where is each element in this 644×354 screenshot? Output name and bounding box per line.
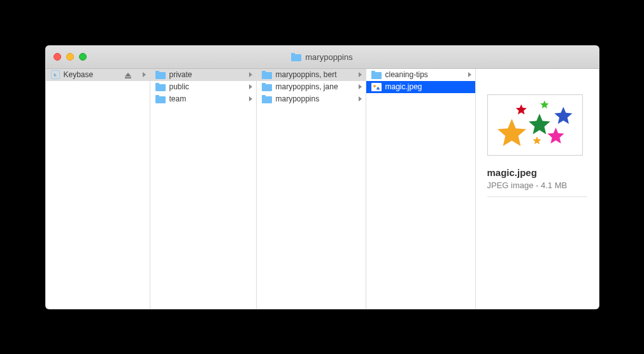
row-label: public: [169, 82, 245, 91]
column-2[interactable]: marypoppins, bertmarypoppins, janemarypo…: [257, 69, 366, 309]
preview-pane: magic.jpeg JPEG image - 4.1 MB: [476, 69, 599, 309]
row-label: Keybase: [64, 70, 121, 79]
close-button[interactable]: [54, 53, 61, 61]
zoom-button[interactable]: [79, 53, 87, 61]
chevron-right-icon: [249, 72, 252, 77]
drive-row[interactable]: kKeybase: [46, 69, 150, 81]
folder-row[interactable]: public: [150, 81, 256, 93]
column-0[interactable]: kKeybase: [46, 69, 150, 309]
traffic-lights: [46, 53, 87, 61]
preview-filename: magic.jpeg: [487, 167, 587, 178]
chevron-right-icon: [249, 84, 252, 89]
eject-icon[interactable]: [125, 73, 131, 77]
star-icon: [533, 136, 541, 144]
column-1[interactable]: privatepublicteam: [150, 69, 257, 309]
keybase-drive-icon: k: [51, 70, 60, 79]
row-label: cleaning-tips: [385, 70, 464, 79]
finder-window: marypoppins kKeybase privatepublicteam m…: [45, 45, 599, 309]
row-label: marypoppins, bert: [276, 70, 355, 79]
row-label: magic.jpeg: [385, 82, 471, 91]
folder-icon: [155, 95, 166, 103]
row-label: team: [169, 94, 245, 103]
row-label: marypoppins, jane: [276, 82, 355, 91]
folder-icon: [155, 71, 166, 79]
chevron-right-icon: [359, 96, 362, 101]
file-row[interactable]: magic.jpeg: [366, 81, 475, 93]
column-view: kKeybase privatepublicteam marypoppins, …: [46, 69, 599, 309]
chevron-right-icon: [468, 72, 471, 77]
window-title: marypoppins: [46, 52, 599, 62]
chevron-right-icon: [249, 96, 252, 101]
folder-icon: [262, 83, 272, 91]
preview-image: [488, 94, 582, 156]
star-icon: [547, 127, 564, 143]
folder-icon: [371, 71, 382, 79]
folder-row[interactable]: marypoppins, bert: [257, 69, 366, 81]
folder-row[interactable]: team: [150, 93, 256, 105]
chevron-right-icon: [359, 72, 362, 77]
folder-icon: [155, 83, 166, 91]
folder-icon: [262, 95, 272, 103]
row-label: private: [169, 70, 245, 79]
folder-icon: [262, 71, 272, 79]
folder-row[interactable]: cleaning-tips: [366, 69, 475, 81]
image-file-icon: [371, 83, 382, 91]
folder-row[interactable]: marypoppins, jane: [257, 81, 366, 93]
row-label: marypoppins: [276, 94, 355, 103]
star-icon: [515, 104, 526, 114]
star-icon: [497, 119, 526, 146]
folder-row[interactable]: marypoppins: [257, 93, 366, 105]
star-icon: [529, 114, 550, 134]
chevron-right-icon: [359, 84, 362, 89]
preview-meta: JPEG image - 4.1 MB: [487, 181, 587, 197]
preview-thumbnail: [487, 94, 583, 156]
minimize-button[interactable]: [66, 53, 74, 61]
star-icon: [554, 107, 572, 124]
window-title-text: marypoppins: [305, 52, 352, 62]
folder-icon: [291, 53, 301, 61]
chevron-right-icon: [143, 72, 146, 77]
title-bar[interactable]: marypoppins: [46, 46, 599, 69]
star-icon: [540, 100, 548, 108]
column-3[interactable]: cleaning-tipsmagic.jpeg: [366, 69, 476, 309]
folder-row[interactable]: private: [150, 69, 256, 81]
